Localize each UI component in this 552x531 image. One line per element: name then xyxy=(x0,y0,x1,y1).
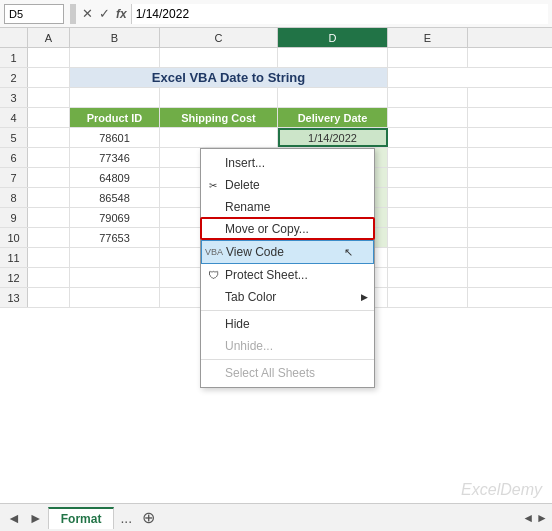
cell-a5[interactable] xyxy=(28,128,70,147)
col-header-d[interactable]: D xyxy=(278,28,388,47)
cell-d5[interactable]: 1/14/2022 xyxy=(278,128,388,147)
cell-a7[interactable] xyxy=(28,168,70,187)
cell-b10[interactable]: 77653 xyxy=(70,228,160,247)
menu-item-rename[interactable]: Rename xyxy=(201,196,374,218)
scroll-prev-icon[interactable]: ◄ xyxy=(522,511,534,525)
tab-prev-icon[interactable]: ◄ xyxy=(4,510,24,526)
table-row: 5 78601 1/14/2022 xyxy=(0,128,552,148)
cell-e8[interactable] xyxy=(388,188,468,207)
menu-select-all-label: Select All Sheets xyxy=(225,366,315,380)
tab-next-icon[interactable]: ► xyxy=(26,510,46,526)
tab-ellipsis[interactable]: ... xyxy=(116,510,136,526)
cell-b7[interactable]: 64809 xyxy=(70,168,160,187)
cell-e3[interactable] xyxy=(388,88,468,107)
cell-e5[interactable] xyxy=(388,128,468,147)
menu-item-unhide[interactable]: Unhide... xyxy=(201,335,374,357)
cell-a10[interactable] xyxy=(28,228,70,247)
menu-move-label: Move or Copy... xyxy=(225,222,309,236)
row-num-3: 3 xyxy=(0,88,28,107)
cell-e7[interactable] xyxy=(388,168,468,187)
context-menu: Insert... ✂ Delete Rename Move or Copy..… xyxy=(200,148,375,388)
cell-a6[interactable] xyxy=(28,148,70,167)
menu-item-view-code[interactable]: VBA View Code ↖ xyxy=(201,240,374,264)
formula-divider xyxy=(70,4,76,24)
cell-c1[interactable] xyxy=(160,48,278,67)
menu-rename-label: Rename xyxy=(225,200,270,214)
cell-e1[interactable] xyxy=(388,48,468,67)
formula-input[interactable] xyxy=(131,4,548,24)
cell-a9[interactable] xyxy=(28,208,70,227)
formula-icons: ✕ ✓ fx xyxy=(82,6,127,21)
cell-e10[interactable] xyxy=(388,228,468,247)
cell-b5[interactable]: 78601 xyxy=(70,128,160,147)
tab-add-button[interactable]: ⊕ xyxy=(138,508,159,527)
cell-reference-box[interactable]: D5 xyxy=(4,4,64,24)
col-header-a[interactable]: A xyxy=(28,28,70,47)
menu-item-delete[interactable]: ✂ Delete xyxy=(201,174,374,196)
cursor-indicator: ↖ xyxy=(344,246,353,259)
table-row: 4 Product ID Shipping Cost Delivery Date xyxy=(0,108,552,128)
cell-a2[interactable] xyxy=(28,68,70,87)
cell-a3[interactable] xyxy=(28,88,70,107)
menu-item-select-all[interactable]: Select All Sheets xyxy=(201,362,374,384)
cell-b11[interactable] xyxy=(70,248,160,267)
cell-a13[interactable] xyxy=(28,288,70,307)
row-num-4: 4 xyxy=(0,108,28,127)
tab-bar: ◄ ► Format ... ⊕ ◄ ► xyxy=(0,503,552,531)
menu-separator-2 xyxy=(201,359,374,360)
cell-d3[interactable] xyxy=(278,88,388,107)
table-row: 3 xyxy=(0,88,552,108)
row-num-1: 1 xyxy=(0,48,28,67)
cell-b9[interactable]: 79069 xyxy=(70,208,160,227)
row-num-2: 2 xyxy=(0,68,28,87)
cell-a12[interactable] xyxy=(28,268,70,287)
cell-a8[interactable] xyxy=(28,188,70,207)
cell-b12[interactable] xyxy=(70,268,160,287)
cell-c5[interactable] xyxy=(160,128,278,147)
watermark: ExcelDemy xyxy=(461,481,542,499)
menu-separator xyxy=(201,310,374,311)
menu-hide-label: Hide xyxy=(225,317,250,331)
confirm-icon[interactable]: ✓ xyxy=(99,6,110,21)
row-num-11: 11 xyxy=(0,248,28,267)
menu-item-hide[interactable]: Hide xyxy=(201,313,374,335)
vba-icon: VBA xyxy=(206,244,222,260)
cell-a1[interactable] xyxy=(28,48,70,67)
cell-a4[interactable] xyxy=(28,108,70,127)
cell-b6[interactable]: 77346 xyxy=(70,148,160,167)
cancel-icon[interactable]: ✕ xyxy=(82,6,93,21)
col-header-b[interactable]: B xyxy=(70,28,160,47)
cell-a11[interactable] xyxy=(28,248,70,267)
row-num-12: 12 xyxy=(0,268,28,287)
row-num-header xyxy=(0,28,28,47)
cell-e13[interactable] xyxy=(388,288,468,307)
row-num-6: 6 xyxy=(0,148,28,167)
cell-b8[interactable]: 86548 xyxy=(70,188,160,207)
menu-item-insert[interactable]: Insert... xyxy=(201,152,374,174)
cell-e11[interactable] xyxy=(388,248,468,267)
row-num-5: 5 xyxy=(0,128,28,147)
scroll-next-icon[interactable]: ► xyxy=(536,511,548,525)
table-row: 2 Excel VBA Date to String xyxy=(0,68,552,88)
cell-e12[interactable] xyxy=(388,268,468,287)
cell-c3[interactable] xyxy=(160,88,278,107)
header-delivery-date: Delivery Date xyxy=(278,108,388,127)
cell-b1[interactable] xyxy=(70,48,160,67)
col-header-c[interactable]: C xyxy=(160,28,278,47)
col-header-e[interactable]: E xyxy=(388,28,468,47)
cell-b13[interactable] xyxy=(70,288,160,307)
cell-b3[interactable] xyxy=(70,88,160,107)
shield-icon: 🛡 xyxy=(205,267,221,283)
sheet-tab-format[interactable]: Format xyxy=(48,507,115,529)
fx-icon[interactable]: fx xyxy=(116,7,127,21)
row-num-13: 13 xyxy=(0,288,28,307)
menu-tab-color-label: Tab Color xyxy=(225,290,276,304)
menu-item-tab-color[interactable]: Tab Color xyxy=(201,286,374,308)
cell-e4[interactable] xyxy=(388,108,468,127)
cell-e6[interactable] xyxy=(388,148,468,167)
menu-item-protect[interactable]: 🛡 Protect Sheet... xyxy=(201,264,374,286)
cell-d1[interactable] xyxy=(278,48,388,67)
cell-e9[interactable] xyxy=(388,208,468,227)
menu-protect-label: Protect Sheet... xyxy=(225,268,308,282)
menu-item-move[interactable]: Move or Copy... xyxy=(201,218,374,240)
